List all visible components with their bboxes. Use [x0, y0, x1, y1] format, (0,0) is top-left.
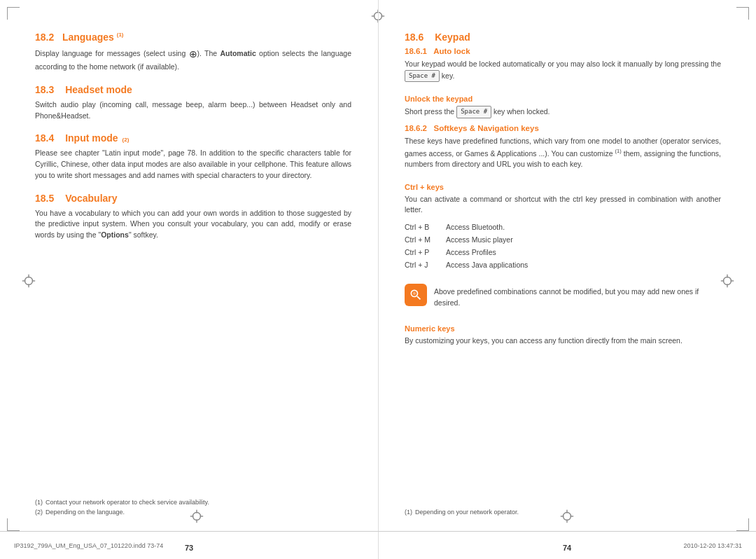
body-unlock: Short press the Space # key when locked.: [405, 106, 721, 118]
center-divider: [378, 0, 379, 559]
page-container: 18.2 Languages (1) Display language for …: [0, 0, 756, 559]
footnote-1-text: Contact your network operator to check s…: [46, 498, 209, 508]
ctrl-item-3: Ctrl + J Access Java applications: [405, 259, 721, 272]
svg-point-21: [564, 513, 571, 520]
body-softkeys: These keys have predefined functions, wh…: [405, 136, 721, 170]
right-page: 18.6 Keypad 18.6.1 Auto lock Your keypad…: [378, 0, 756, 559]
heading-numeric-keys: Numeric keys: [405, 324, 721, 333]
body-18-4: Please see chapter "Latin input mode", p…: [35, 148, 351, 181]
svg-point-15: [413, 292, 416, 295]
ctrl-key-m: Ctrl + M: [405, 234, 443, 247]
corner-mark-bottom-right: [736, 518, 749, 531]
section-18-3: 18.3 Headset mode Switch audio play (inc…: [35, 84, 351, 133]
heading-18-3: 18.3 Headset mode: [35, 84, 351, 95]
note-box: Above predefined combinations cannot be …: [405, 284, 721, 309]
heading-18-5: 18.5 Vocabulary: [35, 193, 351, 204]
body-ctrl-intro: You can activate a command or shortcut w…: [405, 194, 721, 216]
heading-18-6-1: 18.6.1 Auto lock: [405, 47, 721, 55]
body-18-5: You have a vocabulary to which you can a…: [35, 208, 351, 241]
ctrl-keys-list: Ctrl + B Access Bluetooth. Ctrl + M Acce…: [405, 221, 721, 271]
note-icon: [405, 284, 427, 306]
footer: IP3192_799A_UM_Eng_USA_07_101220.indd 73…: [0, 531, 756, 559]
corner-mark-top-right: [736, 7, 749, 20]
heading-18-4: 18.4 Input mode (2): [35, 132, 351, 144]
footnote-1: (1) Contact your network operator to che…: [35, 498, 351, 508]
body-18-2: Display language for messages (select us…: [35, 47, 351, 73]
crosshair-bottom-left: [189, 509, 204, 524]
section-18-4: 18.4 Input mode (2) Please see chapter "…: [35, 132, 351, 192]
ctrl-key-j: Ctrl + J: [405, 259, 443, 272]
footer-right-text: 2010-12-20 13:47:31: [683, 542, 742, 549]
corner-mark-top-left: [7, 7, 20, 20]
ctrl-item-2: Ctrl + P Access Profiles: [405, 247, 721, 259]
crosshair-bottom-right: [559, 509, 575, 524]
right-footnote-1-num: (1): [405, 508, 412, 518]
crosshair-mid-right: [720, 273, 735, 289]
space-hash-key-1: Space #: [405, 70, 440, 83]
space-hash-key-2: Space #: [456, 106, 491, 118]
footnote-2-num: (2): [35, 508, 43, 518]
svg-point-10: [724, 277, 732, 285]
body-18-3: Switch audio play (incoming call, messag…: [35, 99, 351, 122]
ctrl-action-b: Access Bluetooth.: [446, 221, 505, 234]
section-18-2: 18.2 Languages (1) Display language for …: [35, 32, 351, 84]
heading-18-6-2: 18.6.2 Softkeys & Navigation keys: [405, 124, 721, 132]
ctrl-key-p: Ctrl + P: [405, 247, 443, 259]
heading-18-6: 18.6 Keypad: [405, 32, 721, 43]
footnote-1-num: (1): [35, 498, 43, 508]
corner-mark-bottom-left: [7, 518, 20, 531]
body-auto-lock: Your keypad would be locked automaticall…: [405, 59, 721, 82]
footnote-2-text: Depending on the language.: [46, 508, 125, 518]
ctrl-item-1: Ctrl + M Access Music player: [405, 234, 721, 247]
heading-18-4-sup: (2): [122, 137, 130, 143]
crosshair-mid-left: [21, 273, 36, 289]
right-footnote-1-text: Depending on your network operator.: [415, 508, 519, 518]
left-page: 18.2 Languages (1) Display language for …: [0, 0, 378, 559]
svg-point-5: [25, 277, 33, 285]
note-text: Above predefined combinations cannot be …: [434, 284, 721, 309]
svg-point-16: [193, 513, 201, 520]
ctrl-action-p: Access Profiles: [446, 247, 496, 259]
ctrl-action-m: Access Music player: [446, 234, 513, 247]
ctrl-action-j: Access Java applications: [446, 259, 528, 272]
ctrl-item-0: Ctrl + B Access Bluetooth.: [405, 221, 721, 234]
heading-18-2: 18.2 Languages (1): [35, 32, 351, 43]
heading-18-2-sup: (1): [117, 32, 124, 38]
heading-ctrl-keys: Ctrl + keys: [405, 183, 721, 191]
heading-18-2-text: 18.2 Languages (1): [35, 32, 124, 43]
section-18-5: 18.5 Vocabulary You have a vocabulary to…: [35, 193, 351, 252]
heading-unlock: Unlock the keypad: [405, 95, 721, 103]
ctrl-key-b: Ctrl + B: [405, 221, 443, 234]
body-numeric-keys: By customizing your keys, you can access…: [405, 336, 721, 347]
footer-left-text: IP3192_799A_UM_Eng_USA_07_101220.indd 73…: [14, 542, 163, 549]
